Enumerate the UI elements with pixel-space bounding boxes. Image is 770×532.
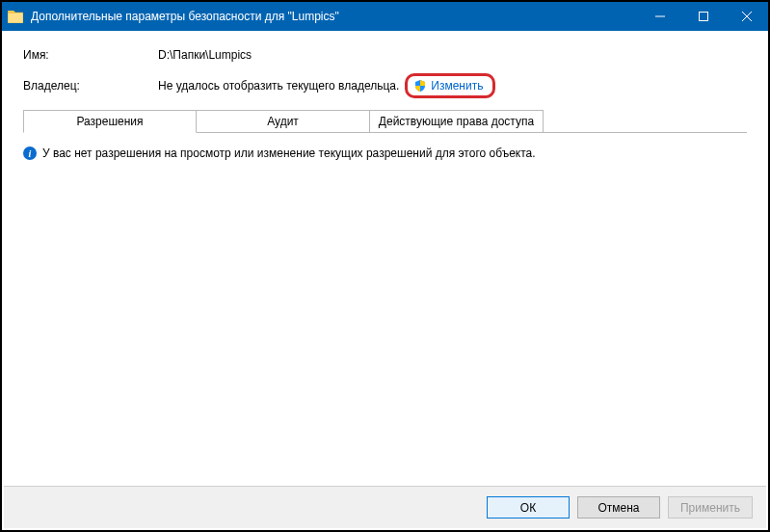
dialog-footer: ОК Отмена Применить xyxy=(4,486,766,528)
ok-button[interactable]: ОК xyxy=(487,496,570,519)
tabstrip: Разрешения Аудит Действующие права досту… xyxy=(23,110,747,133)
owner-label: Владелец: xyxy=(23,79,158,93)
no-permission-text: У вас нет разрешения на просмотр или изм… xyxy=(42,146,536,160)
name-value: D:\Папки\Lumpics xyxy=(158,48,747,62)
name-row: Имя: D:\Папки\Lumpics xyxy=(23,48,747,62)
name-label: Имя: xyxy=(23,48,158,62)
change-owner-highlight: Изменить xyxy=(405,73,495,98)
tab-body: i У вас нет разрешения на просмотр или и… xyxy=(23,133,747,451)
cancel-button[interactable]: Отмена xyxy=(577,496,660,519)
change-owner-link[interactable]: Изменить xyxy=(431,79,483,93)
shield-icon xyxy=(413,79,427,93)
owner-row: Владелец: Не удалось отобразить текущего… xyxy=(23,73,747,98)
window-controls xyxy=(638,2,768,31)
no-permission-message: i У вас нет разрешения на просмотр или и… xyxy=(23,146,747,160)
apply-button: Применить xyxy=(668,496,753,519)
tab-effective-access[interactable]: Действующие права доступа xyxy=(370,110,544,133)
owner-value-text: Не удалось отобразить текущего владельца… xyxy=(158,79,399,93)
owner-value: Не удалось отобразить текущего владельца… xyxy=(158,73,747,98)
svg-rect-0 xyxy=(8,13,23,23)
info-icon: i xyxy=(23,146,37,160)
tab-permissions[interactable]: Разрешения xyxy=(23,110,197,133)
minimize-button[interactable] xyxy=(638,2,681,31)
content-area: Имя: D:\Папки\Lumpics Владелец: Не удало… xyxy=(2,31,768,451)
window-title: Дополнительные параметры безопасности дл… xyxy=(31,10,638,23)
titlebar: Дополнительные параметры безопасности дл… xyxy=(2,2,768,31)
tab-audit[interactable]: Аудит xyxy=(197,110,370,133)
close-button[interactable] xyxy=(725,2,768,31)
svg-rect-2 xyxy=(699,13,707,21)
folder-icon xyxy=(8,10,23,23)
maximize-button[interactable] xyxy=(681,2,725,31)
